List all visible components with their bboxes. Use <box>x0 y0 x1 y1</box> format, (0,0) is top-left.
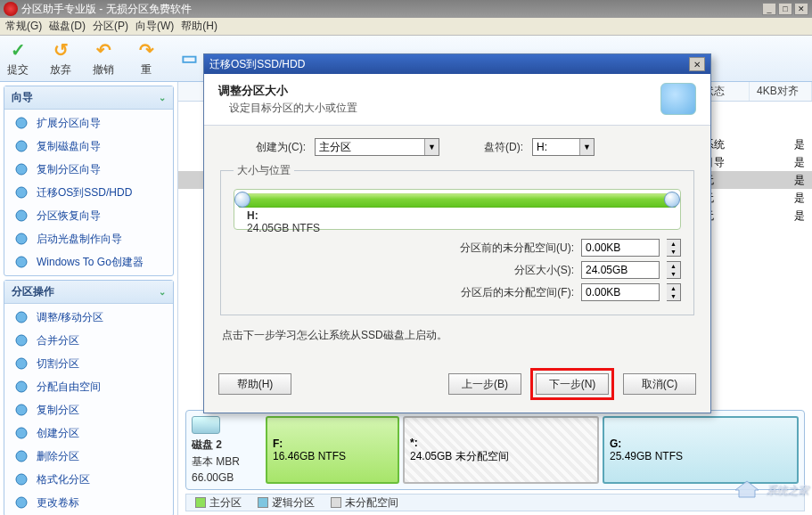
collapse-icon: ⌄ <box>159 287 166 297</box>
size-input-1[interactable]: 24.05GB <box>581 261 660 279</box>
op-create[interactable]: 创建分区 <box>4 421 173 445</box>
part-size: 25.49GB NTFS <box>610 450 791 462</box>
menu-partition[interactable]: 分区(P) <box>93 19 128 34</box>
slider-letter: H: <box>247 209 258 222</box>
dialog-title-text: 迁移OS到SSD/HDD <box>209 57 305 72</box>
sidebar-item-label: 复制分区向导 <box>37 162 101 177</box>
op-copy-icon <box>13 402 29 418</box>
wizard-boot-disc[interactable]: 启动光盘制作向导 <box>4 227 173 250</box>
sidebar-item-label: 扩展分区向导 <box>37 116 101 131</box>
disk-2-card[interactable]: 磁盘 2 基本 MBR 66.00GB F:16.46GB NTFS*:24.0… <box>185 410 805 490</box>
wizard-migrate-os-icon <box>13 184 29 200</box>
titlebar: 分区助手专业版 - 无损分区免费软件 _ □ ✕ <box>0 0 812 18</box>
back-button[interactable]: 上一步(B) <box>448 373 521 395</box>
op-alloc-free-icon <box>13 379 29 395</box>
size-input-0[interactable]: 0.00KB <box>581 239 660 257</box>
slider-right-handle[interactable] <box>664 192 680 208</box>
watermark: 系统之家 <box>734 478 808 499</box>
wizard-copy-part[interactable]: 复制分区向导 <box>4 158 173 181</box>
wizard-recover[interactable]: 分区恢复向导 <box>4 204 173 227</box>
part-letter: F: <box>273 437 392 450</box>
window-title: 分区助手专业版 - 无损分区免费软件 <box>21 2 762 17</box>
size-row-0: 分区前的未分配空间(U): 0.00KB ▲▼ <box>234 239 681 257</box>
partition-slider[interactable]: H: 24.05GB NTFS <box>234 189 681 230</box>
maximize-button[interactable]: □ <box>778 3 792 15</box>
partition-F[interactable]: F:16.46GB NTFS <box>266 416 399 484</box>
tool-commit[interactable]: ✓提交 <box>7 39 29 78</box>
wizard-recover-icon <box>13 208 29 224</box>
disk-2-title: 磁盘 2 <box>192 437 260 453</box>
op-delete-icon <box>13 448 29 464</box>
tool-label: 放弃 <box>50 62 71 78</box>
op-merge[interactable]: 合并分区 <box>4 329 173 352</box>
sidebar-item-label: Windows To Go创建器 <box>37 255 144 270</box>
wizard-copy-disk[interactable]: 复制磁盘向导 <box>4 135 173 158</box>
disk-list: 磁盘 2 基本 MBR 66.00GB F:16.46GB NTFS*:24.0… <box>185 406 805 490</box>
col-4kb[interactable]: 4KB对齐 <box>750 82 812 101</box>
wizard-wtg-icon <box>13 254 29 270</box>
panel-wizards: 向导 ⌄ 扩展分区向导复制磁盘向导复制分区向导迁移OS到SSD/HDD分区恢复向… <box>4 86 174 276</box>
panel-ops-title: 分区操作 <box>12 284 54 299</box>
cell-4kb: 是 <box>750 191 812 206</box>
spinner-1[interactable]: ▲▼ <box>667 261 681 279</box>
spin-down-icon: ▼ <box>667 292 680 300</box>
svg-point-12 <box>16 428 27 438</box>
discard-icon: ↺ <box>50 39 71 61</box>
dialog-header: 调整分区大小 设定目标分区的大小或位置 <box>204 74 710 126</box>
op-label[interactable]: 更改卷标 <box>4 491 173 514</box>
partition-*[interactable]: *:24.05GB 未分配空间 <box>403 416 599 484</box>
slider-left-handle[interactable] <box>234 192 250 208</box>
spinner-0[interactable]: ▲▼ <box>667 239 681 257</box>
drive-combo[interactable]: H: ▼ <box>532 138 595 156</box>
menu-help[interactable]: 帮助(H) <box>181 19 217 34</box>
spinner-2[interactable]: ▲▼ <box>667 283 681 301</box>
op-delete[interactable]: 删除分区 <box>4 445 173 468</box>
svg-marker-16 <box>735 481 759 497</box>
tool-undo[interactable]: ↶撤销 <box>93 39 114 78</box>
wizard-copy-part-icon <box>13 161 29 177</box>
wizard-migrate-os[interactable]: 迁移OS到SSD/HDD <box>4 181 173 204</box>
menu-general[interactable]: 常规(G) <box>5 19 42 34</box>
wizard-boot-disc-icon <box>13 231 29 247</box>
dialog-close-button[interactable]: ✕ <box>689 57 705 71</box>
op-merge-icon <box>13 332 29 348</box>
size-row-label: 分区大小(S): <box>514 263 574 278</box>
tool-redo[interactable]: ↷重 <box>135 39 157 78</box>
undo-icon: ↶ <box>93 39 114 61</box>
menu-wizard[interactable]: 向导(W) <box>135 19 174 34</box>
menu-disk[interactable]: 磁盘(D) <box>49 19 86 34</box>
dialog-titlebar[interactable]: 迁移OS到SSD/HDD ✕ <box>204 54 710 74</box>
op-format[interactable]: 格式化分区 <box>4 468 173 491</box>
op-resize-move[interactable]: 调整/移动分区 <box>4 306 173 329</box>
svg-point-14 <box>16 474 27 485</box>
op-copy[interactable]: 复制分区 <box>4 398 173 421</box>
svg-point-0 <box>16 118 27 128</box>
create-as-combo[interactable]: 主分区 ▼ <box>315 138 439 156</box>
disk-2-label: 磁盘 2 基本 MBR 66.00GB <box>192 416 260 484</box>
sidebar-item-label: 迁移OS到SSD/HDD <box>37 185 132 200</box>
drive-label: 盘符(D): <box>484 140 523 155</box>
cancel-button[interactable]: 取消(C) <box>623 373 696 395</box>
tool-discard[interactable]: ↺放弃 <box>50 39 71 78</box>
next-button[interactable]: 下一步(N) <box>536 373 609 395</box>
help-button[interactable]: 帮助(H) <box>218 373 291 395</box>
spin-up-icon: ▲ <box>667 262 680 270</box>
panel-wizards-header[interactable]: 向导 ⌄ <box>4 86 173 110</box>
size-input-2[interactable]: 0.00KB <box>581 283 660 301</box>
svg-point-13 <box>16 451 27 462</box>
op-create-icon <box>13 425 29 441</box>
minimize-button[interactable]: _ <box>762 3 776 15</box>
close-button[interactable]: ✕ <box>794 3 808 15</box>
op-split[interactable]: 切割分区 <box>4 352 173 375</box>
wizard-extend[interactable]: 扩展分区向导 <box>4 111 173 135</box>
wizard-copy-disk-icon <box>13 138 29 154</box>
slider-info: H: 24.05GB NTFS <box>247 209 320 234</box>
dialog-subheading: 设定目标分区的大小或位置 <box>218 101 660 116</box>
partition-G[interactable]: G:25.49GB NTFS <box>603 416 799 484</box>
op-alloc-free[interactable]: 分配自由空间 <box>4 375 173 398</box>
sidebar-item-label: 更改卷标 <box>37 495 79 511</box>
cell-4kb: 是 <box>750 208 812 224</box>
tool-disk-a[interactable]: ▭ <box>178 47 200 70</box>
panel-ops-header[interactable]: 分区操作 ⌄ <box>4 281 173 304</box>
wizard-wtg[interactable]: Windows To Go创建器 <box>4 250 173 274</box>
